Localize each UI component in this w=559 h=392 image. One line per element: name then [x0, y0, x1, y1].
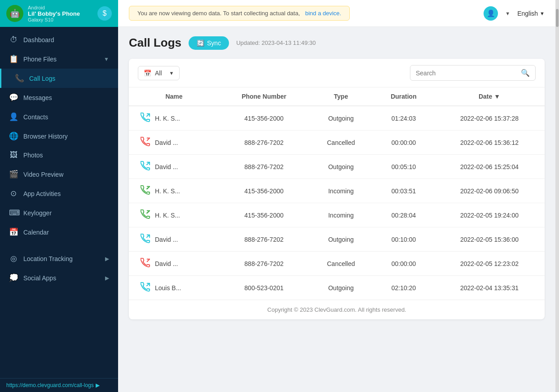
filter-select[interactable]: 📅 All ▼ — [138, 66, 180, 80]
topbar-right: 👤 ▼ English ▼ — [484, 6, 545, 21]
call-logs-icon: 📞 — [15, 74, 24, 83]
table-row: David ... 888-276-7202 Outgoing 00:10:00… — [129, 227, 545, 252]
cell-name: H. K. S... — [129, 106, 219, 131]
device-name: Lil' Bobby's Phone — [28, 10, 93, 17]
search-input[interactable] — [416, 70, 517, 77]
table-row: David ... 888-276-7202 Cancelled 00:00:0… — [129, 131, 545, 155]
footer-link[interactable]: https://demo.clevguard.com/call-logs ▶ — [6, 382, 112, 388]
footer-link-text: https://demo.clevguard.com/call-logs — [6, 382, 94, 388]
cell-date: 2022-02-05 12:23:02 — [434, 252, 545, 276]
call-type-icon — [141, 137, 150, 148]
app-activities-label: App Activities — [23, 190, 61, 197]
user-avatar[interactable]: 👤 — [484, 6, 498, 21]
bind-device-link[interactable]: bind a device. — [305, 10, 341, 17]
cell-name: David ... — [129, 227, 219, 252]
sidebar-footer: https://demo.clevguard.com/call-logs ▶ — [0, 378, 118, 392]
photos-label: Photos — [23, 152, 43, 159]
cell-type: Incoming — [309, 179, 373, 203]
table-row: Louis B... 800-523-0201 Outgoing 02:10:2… — [129, 276, 545, 300]
cell-date: 2022-02-05 19:24:00 — [434, 203, 545, 227]
table-row: H. K. S... 415-356-2000 Incoming 00:28:0… — [129, 203, 545, 227]
sidebar-item-video-preview[interactable]: 🎬 Video Preview — [0, 165, 118, 184]
cell-name: David ... — [129, 155, 219, 179]
sidebar-item-browser-history[interactable]: 🌐 Browser History — [0, 126, 118, 146]
device-icon: 🤖 — [6, 5, 23, 22]
sidebar: 🤖 Android Lil' Bobby's Phone Galaxy S10 … — [0, 0, 118, 392]
table-row: H. K. S... 415-356-2000 Incoming 00:03:5… — [129, 179, 545, 203]
date-sort-icon: ▼ — [494, 93, 500, 100]
table-body: H. K. S... 415-356-2000 Outgoing 01:24:0… — [129, 106, 545, 300]
phone-files-label: Phone Files — [23, 56, 57, 63]
device-info: Android Lil' Bobby's Phone Galaxy S10 — [28, 5, 93, 22]
cell-date: 2022-02-06 09:06:50 — [434, 179, 545, 203]
table-container: 📅 All ▼ 🔍 Name Phone Number Type Duratio… — [129, 59, 545, 319]
location-label: Location Tracking — [23, 255, 73, 262]
cell-duration: 00:00:00 — [373, 131, 434, 155]
sidebar-item-phone-files[interactable]: 📋 Phone Files ▼ — [0, 49, 118, 69]
call-logs-label: Call Logs — [29, 75, 55, 82]
cell-phone: 888-276-7202 — [219, 131, 309, 155]
scrollbar[interactable] — [555, 0, 559, 392]
contact-name: Louis B... — [155, 284, 181, 292]
table-row: David ... 888-276-7202 Outgoing 00:05:10… — [129, 155, 545, 179]
sidebar-nav: ⏱ Dashboard 📋 Phone Files ▼ 📞 Call Logs … — [0, 27, 118, 378]
sync-button[interactable]: 🔄 Sync — [189, 36, 229, 50]
language-selector[interactable]: English ▼ — [517, 10, 545, 17]
footer-link-arrow: ▶ — [96, 382, 100, 388]
cell-date: 2022-02-06 15:25:04 — [434, 155, 545, 179]
cell-phone: 415-356-2000 — [219, 179, 309, 203]
col-name: Name — [129, 87, 219, 106]
sidebar-item-dashboard[interactable]: ⏱ Dashboard — [0, 30, 118, 49]
calendar-label: Calendar — [23, 229, 49, 236]
sidebar-item-messages[interactable]: 💬 Messages — [0, 88, 118, 107]
cell-phone: 888-276-7202 — [219, 227, 309, 252]
sidebar-item-call-logs[interactable]: 📞 Call Logs — [0, 69, 118, 88]
location-arrow: ▶ — [105, 256, 109, 262]
cell-type: Outgoing — [309, 106, 373, 131]
social-icon: 💭 — [9, 273, 18, 283]
contact-name: David ... — [155, 163, 178, 170]
sync-icon: 🔄 — [197, 39, 204, 47]
cell-type: Cancelled — [309, 252, 373, 276]
dashboard-label: Dashboard — [23, 36, 54, 44]
lang-chevron-icon: ▼ — [540, 11, 545, 16]
cell-phone: 800-523-0201 — [219, 276, 309, 300]
cell-type: Outgoing — [309, 155, 373, 179]
cell-phone: 415-356-2000 — [219, 203, 309, 227]
messages-label: Messages — [23, 94, 52, 101]
photos-icon: 🖼 — [9, 151, 18, 160]
cell-date: 2022-02-06 15:37:28 — [434, 106, 545, 131]
cell-date: 2022-02-05 15:36:00 — [434, 227, 545, 252]
sidebar-item-contacts[interactable]: 👤 Contacts — [0, 107, 118, 126]
cell-type: Outgoing — [309, 227, 373, 252]
sidebar-header: 🤖 Android Lil' Bobby's Phone Galaxy S10 … — [0, 0, 118, 27]
contacts-icon: 👤 — [9, 112, 18, 122]
location-icon: ◎ — [9, 254, 18, 263]
device-os: Android — [28, 5, 93, 10]
cell-duration: 01:24:03 — [373, 106, 434, 131]
table-row: David ... 888-276-7202 Cancelled 00:00:0… — [129, 252, 545, 276]
cell-phone: 888-276-7202 — [219, 252, 309, 276]
phone-files-icon: 📋 — [9, 54, 18, 64]
call-type-icon — [141, 209, 150, 221]
sidebar-item-location-tracking[interactable]: ◎ Location Tracking ▶ — [0, 249, 118, 268]
topbar: You are now viewing demo data. To start … — [118, 0, 555, 27]
sidebar-item-keylogger[interactable]: ⌨ Keylogger — [0, 203, 118, 222]
phone-files-arrow: ▼ — [104, 56, 109, 62]
video-label: Video Preview — [23, 171, 63, 178]
sidebar-item-social-apps[interactable]: 💭 Social Apps ▶ — [0, 268, 118, 287]
messages-icon: 💬 — [9, 93, 18, 102]
sidebar-avatar: $ — [97, 6, 112, 21]
contact-name: David ... — [155, 260, 178, 267]
app-activities-icon: ⊙ — [9, 189, 18, 198]
sidebar-item-photos[interactable]: 🖼 Photos — [0, 146, 118, 165]
cell-name: Louis B... — [129, 276, 219, 300]
cell-phone: 415-356-2000 — [219, 106, 309, 131]
search-box: 🔍 — [410, 65, 536, 81]
sidebar-item-app-activities[interactable]: ⊙ App Activities — [0, 184, 118, 203]
cell-type: Cancelled — [309, 131, 373, 155]
cell-name: David ... — [129, 131, 219, 155]
col-date[interactable]: Date ▼ — [434, 87, 545, 106]
copyright-text: Copyright © 2023 ClevGuard.com. All righ… — [267, 306, 406, 313]
sidebar-item-calendar[interactable]: 📅 Calendar — [0, 222, 118, 242]
